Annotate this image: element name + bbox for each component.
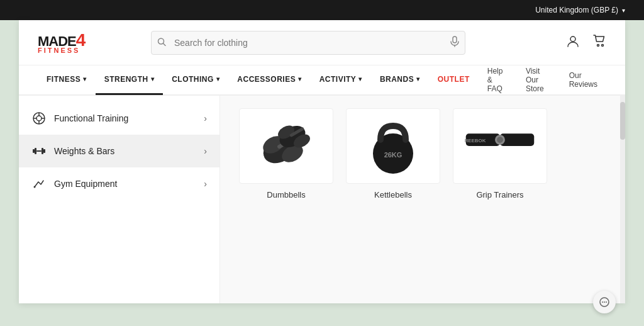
header-icons [566,34,606,51]
functional-training-arrow: › [204,113,207,123]
svg-point-36 [604,301,605,303]
svg-line-1 [164,43,166,46]
product-name-kettlebells: Kettlebells [374,190,412,200]
account-icon[interactable] [566,34,580,51]
sidebar-menu: Functional Training › Weights & Bars › [19,96,220,303]
cart-icon[interactable] [592,34,606,51]
weights-bars-icon [31,143,47,159]
nav-visit-store[interactable]: Visit Our Store [517,65,560,95]
nav-item-accessories[interactable]: ACCESSORIES ▾ [228,65,310,95]
svg-point-5 [597,45,599,47]
svg-point-32 [497,137,503,143]
product-name-dumbbells: Dumbbells [267,190,305,200]
nav-label-outlet: OUTLET [438,75,470,84]
svg-text:26KG: 26KG [384,151,402,159]
nav-item-outlet[interactable]: OUTLET [429,65,479,95]
logo[interactable]: MADE4 FITNESS [38,31,126,54]
svg-point-18 [34,186,36,188]
region-chevron: ▾ [622,7,625,14]
product-image-grip-trainers: REEBOK [453,108,547,184]
svg-rect-15 [35,148,36,154]
svg-rect-14 [43,149,45,153]
menu-item-gym-equipment[interactable]: Gym Equipment › [19,167,219,200]
dropdown-area: Functional Training › Weights & Bars › [19,96,625,303]
product-grid: Dumbbells 26KG Kettlebells [220,96,625,303]
weights-bars-label: Weights & Bars [54,146,114,156]
nav-chevron-accessories: ▾ [298,76,302,82]
svg-rect-2 [453,37,457,43]
svg-point-35 [602,301,603,303]
nav-label-brands: BRANDS [380,75,414,84]
main-container: MADE4 FITNESS [19,20,625,303]
svg-point-8 [36,116,42,121]
product-image-kettlebells: 26KG [346,108,440,184]
top-bar: United Kingdom (GBP £) ▾ [0,0,644,20]
nav-chevron-fitness: ▾ [83,76,87,82]
product-card-kettlebells[interactable]: 26KG Kettlebells [346,108,440,200]
microphone-icon[interactable] [450,36,459,50]
nav-chevron-clothing: ▾ [216,76,220,82]
svg-point-37 [606,301,607,303]
nav-right: Help & FAQ Visit Our Store Our Reviews [479,65,606,95]
nav-item-fitness[interactable]: FITNESS ▾ [38,65,96,95]
gym-equipment-arrow: › [204,179,207,189]
nav-label-activity: ACTIVITY [319,75,357,84]
nav-reviews[interactable]: Our Reviews [560,65,606,95]
nav-item-brands[interactable]: BRANDS ▾ [371,65,429,95]
svg-rect-13 [33,149,35,153]
svg-rect-16 [42,148,43,154]
functional-training-label: Functional Training [54,113,128,123]
svg-point-4 [570,37,575,42]
product-card-dumbbells[interactable]: Dumbbells [239,108,333,200]
functional-training-icon [31,111,47,126]
svg-rect-30 [500,133,534,146]
search-icon [157,37,166,48]
nav-label-fitness: FITNESS [47,75,80,84]
nav-label-strength: STRENGTH [104,75,148,84]
svg-point-6 [602,45,604,47]
gym-equipment-icon [31,176,47,191]
chat-button[interactable] [593,291,616,313]
weights-bars-arrow: › [204,146,207,156]
menu-item-weights-bars[interactable]: Weights & Bars › [19,135,219,167]
logo-fitness: FITNESS [38,47,85,54]
nav-chevron-activity: ▾ [358,76,362,82]
scrollbar-track [620,96,625,303]
svg-text:REEBOK: REEBOK [465,138,486,143]
nav-item-clothing[interactable]: CLOTHING ▾ [163,65,228,95]
nav-label-clothing: CLOTHING [172,75,214,84]
menu-item-functional-training[interactable]: Functional Training › [19,102,219,135]
search-input[interactable] [151,31,465,55]
region-selector[interactable]: United Kingdom (GBP £) ▾ [535,6,625,14]
product-image-dumbbells [239,108,333,184]
gym-equipment-label: Gym Equipment [54,179,117,189]
svg-rect-17 [36,150,42,152]
nav-chevron-brands: ▾ [416,76,420,82]
navigation: FITNESS ▾ STRENGTH ▾ CLOTHING ▾ ACCESSOR… [19,65,625,96]
nav-help-faq[interactable]: Help & FAQ [479,65,517,95]
scrollbar-thumb[interactable] [620,102,625,140]
nav-label-accessories: ACCESSORIES [237,75,296,84]
region-label: United Kingdom (GBP £) [535,6,618,14]
search-bar [151,31,465,55]
nav-item-strength[interactable]: STRENGTH ▾ [96,65,164,95]
header: MADE4 FITNESS [19,20,625,65]
nav-item-activity[interactable]: ACTIVITY ▾ [311,65,371,95]
nav-chevron-strength: ▾ [151,76,155,82]
product-name-grip-trainers: Grip Trainers [476,190,523,200]
product-card-grip-trainers[interactable]: REEBOK Grip Trainers [453,108,547,200]
